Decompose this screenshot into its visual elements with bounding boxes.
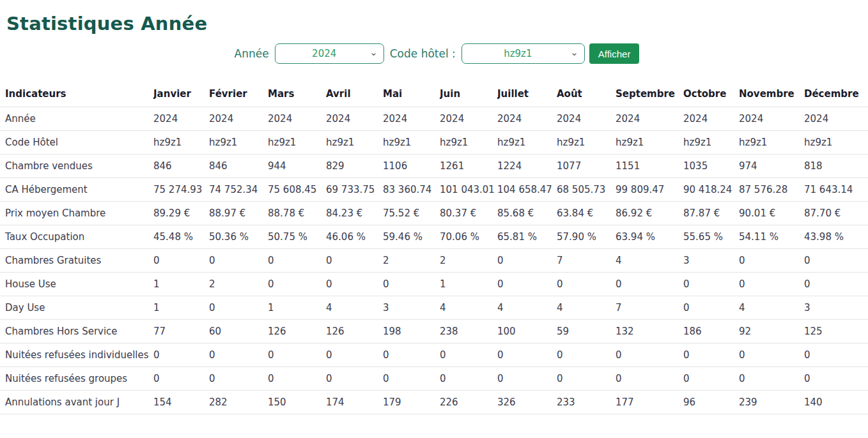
- cell-value: 57.90 %: [557, 225, 616, 249]
- row-label: Année: [0, 107, 153, 131]
- cell-value: 0: [383, 344, 440, 367]
- cell-value: 2024: [804, 107, 868, 131]
- cell-value: 0: [209, 344, 268, 367]
- filter-bar: Année 2024 ⌄ Code hôtel : hz9z1 ⌄ Affich…: [0, 43, 868, 64]
- cell-value: 4: [326, 296, 383, 320]
- cell-value: 100: [497, 320, 557, 344]
- cell-value: hz9z1: [616, 131, 683, 155]
- row-label: House Use: [0, 273, 153, 296]
- cell-value: 1: [153, 273, 209, 296]
- cell-value: 1106: [383, 155, 440, 178]
- cell-value: 0: [440, 367, 497, 391]
- table-row: Taux Occupation45.48 %50.36 %50.75 %46.0…: [0, 225, 868, 249]
- afficher-button[interactable]: Afficher: [589, 43, 640, 64]
- cell-value: 0: [497, 367, 557, 391]
- cell-value: 0: [739, 344, 804, 367]
- cell-value: 140: [804, 391, 868, 414]
- cell-value: 83 360.74: [383, 178, 440, 202]
- cell-value: hz9z1: [383, 131, 440, 155]
- column-header: Novembre: [739, 82, 804, 107]
- cell-value: 1035: [683, 155, 739, 178]
- hotel-code-select[interactable]: hz9z1: [461, 43, 585, 64]
- row-label: Chambres Hors Service: [0, 320, 153, 344]
- row-label: Nuitées refusées individuelles: [0, 344, 153, 367]
- cell-value: 87.87 €: [683, 202, 739, 225]
- year-select-wrap: 2024 ⌄: [275, 43, 384, 64]
- cell-value: 0: [804, 273, 868, 296]
- column-header: Mai: [383, 82, 440, 107]
- table-row: Prix moyen Chambre89.29 €88.97 €88.78 €8…: [0, 202, 868, 225]
- row-label: Code Hôtel: [0, 131, 153, 155]
- cell-value: 0: [557, 367, 616, 391]
- cell-value: 0: [268, 249, 326, 273]
- cell-value: 75 608.45: [268, 178, 326, 202]
- table-header-row: IndicateursJanvierFévrierMarsAvrilMaiJui…: [0, 82, 868, 107]
- cell-value: 3: [804, 296, 868, 320]
- cell-value: 99 809.47: [616, 178, 683, 202]
- cell-value: 60: [209, 320, 268, 344]
- cell-value: 1261: [440, 155, 497, 178]
- cell-value: 59: [557, 320, 616, 344]
- cell-value: 0: [557, 344, 616, 367]
- cell-value: 0: [153, 249, 209, 273]
- cell-value: 829: [326, 155, 383, 178]
- cell-value: 974: [739, 155, 804, 178]
- cell-value: 65.81 %: [497, 225, 557, 249]
- cell-value: 233: [557, 391, 616, 414]
- cell-value: 69 733.75: [326, 178, 383, 202]
- cell-value: 186: [683, 320, 739, 344]
- cell-value: 4: [497, 296, 557, 320]
- cell-value: 104 658.47: [497, 178, 557, 202]
- cell-value: 4: [557, 296, 616, 320]
- column-header: Juin: [440, 82, 497, 107]
- cell-value: 2024: [739, 107, 804, 131]
- cell-value: 3: [683, 249, 739, 273]
- cell-value: 1151: [616, 155, 683, 178]
- cell-value: 0: [497, 249, 557, 273]
- cell-value: 3: [383, 296, 440, 320]
- cell-value: 50.75 %: [268, 225, 326, 249]
- cell-value: 45.48 %: [153, 225, 209, 249]
- cell-value: 150: [268, 391, 326, 414]
- row-label: Chambre vendues: [0, 155, 153, 178]
- cell-value: 1077: [557, 155, 616, 178]
- column-header: Décembre: [804, 82, 868, 107]
- cell-value: 75 274.93: [153, 178, 209, 202]
- column-header: Indicateurs: [0, 82, 153, 107]
- cell-value: 0: [616, 273, 683, 296]
- year-select[interactable]: 2024: [275, 43, 384, 64]
- cell-value: 2024: [557, 107, 616, 131]
- cell-value: 0: [209, 249, 268, 273]
- cell-value: 4: [440, 296, 497, 320]
- cell-value: 0: [268, 367, 326, 391]
- cell-value: 0: [209, 296, 268, 320]
- cell-value: 0: [739, 249, 804, 273]
- cell-value: 0: [739, 273, 804, 296]
- cell-value: 63.94 %: [616, 225, 683, 249]
- row-label: Chambres Gratuites: [0, 249, 153, 273]
- cell-value: 846: [153, 155, 209, 178]
- cell-value: 2: [209, 273, 268, 296]
- page: Statistiques Année Année 2024 ⌄ Code hôt…: [0, 13, 868, 438]
- cell-value: 0: [268, 273, 326, 296]
- cell-value: 7: [557, 249, 616, 273]
- cell-value: 46.06 %: [326, 225, 383, 249]
- table-row: Chambres Hors Service7760126126198238100…: [0, 320, 868, 344]
- cell-value: 2024: [683, 107, 739, 131]
- cell-value: hz9z1: [440, 131, 497, 155]
- cell-value: 90.01 €: [739, 202, 804, 225]
- cell-value: 59.46 %: [383, 225, 440, 249]
- column-header: Février: [209, 82, 268, 107]
- cell-value: 96: [683, 391, 739, 414]
- cell-value: 0: [616, 367, 683, 391]
- cell-value: 0: [557, 273, 616, 296]
- cell-value: 846: [209, 155, 268, 178]
- row-label: Nuitées refusées groupes: [0, 367, 153, 391]
- cell-value: 0: [804, 367, 868, 391]
- column-header: Août: [557, 82, 616, 107]
- column-header: Avril: [326, 82, 383, 107]
- cell-value: 0: [326, 249, 383, 273]
- cell-value: 0: [326, 344, 383, 367]
- cell-value: 86.92 €: [616, 202, 683, 225]
- cell-value: 226: [440, 391, 497, 414]
